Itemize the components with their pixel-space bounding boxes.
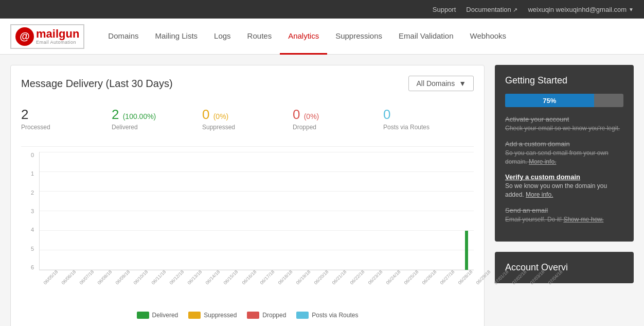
bar-group [459, 152, 474, 270]
logo-at-icon: @ [15, 27, 34, 46]
legend-posts-color [296, 312, 309, 319]
legend-dropped-color [247, 312, 259, 319]
legend-delivered: Delivered [137, 312, 178, 319]
bar-group [384, 152, 399, 270]
nav-domains[interactable]: Domains [100, 19, 147, 55]
bar-group [219, 152, 234, 270]
stat-posts-label: Posts via Routes [383, 124, 463, 131]
bar-group [444, 152, 459, 270]
gs-activate-title: Activate your account [505, 115, 623, 123]
bar-group [99, 152, 114, 270]
stat-posts: 0 Posts via Routes [383, 101, 474, 136]
legend-posts: Posts via Routes [296, 312, 358, 319]
bar-group [115, 152, 130, 270]
all-domains-button[interactable]: All Domains ▼ [408, 76, 474, 91]
gs-add-domain-link[interactable]: More info. [529, 158, 556, 165]
nav-analytics[interactable]: Analytics [280, 19, 327, 55]
gs-verify-domain-desc: So we know you own the domain you added.… [505, 182, 623, 199]
chart-bar [465, 231, 468, 270]
bar-group [40, 152, 55, 270]
support-link[interactable]: Support [433, 6, 456, 13]
topbar: Support Documentation ↗ weixuqin weixuqi… [0, 0, 644, 19]
bar-group [249, 152, 264, 270]
nav-webhooks[interactable]: Webhooks [462, 19, 515, 55]
documentation-link[interactable]: Documentation ↗ [466, 6, 517, 13]
stat-suppressed-label: Suppressed [202, 124, 282, 131]
chart-area: 6 5 4 3 2 1 0 06/05/1 [21, 152, 474, 286]
bar-group [130, 152, 145, 270]
stat-posts-value: 0 [383, 107, 463, 123]
bar-group [189, 152, 204, 270]
bar-group [55, 152, 69, 270]
gs-verify-domain-title[interactable]: Verify a custom domain [505, 173, 623, 181]
bar-group [69, 152, 84, 270]
bar-group [145, 152, 159, 270]
bar-group [174, 152, 189, 270]
gs-send-email-desc: Email yourself. Do it! Show me how. [505, 215, 623, 224]
panel-title: Message Delivery (Last 30 Days) [21, 78, 173, 90]
bar-group [264, 152, 279, 270]
gs-item-verify-domain: Verify a custom domain So we know you ow… [505, 173, 623, 199]
user-menu-arrow: ▼ [629, 7, 634, 12]
legend-suppressed: Suppressed [188, 312, 237, 319]
getting-started-title: Getting Started [505, 75, 623, 86]
gs-send-email-link[interactable]: Show me how. [563, 216, 603, 223]
legend-suppressed-color [188, 312, 201, 319]
gs-add-domain-title: Add a custom domain [505, 140, 623, 148]
navbar: @ mailgun Email Automation Domains Maili… [0, 19, 644, 55]
chart-legend: Delivered Suppressed Dropped Posts via R… [21, 306, 474, 319]
stat-processed-label: Processed [21, 124, 101, 131]
stat-processed: 2 Processed [21, 101, 112, 136]
legend-delivered-color [137, 312, 149, 319]
bar-group [339, 152, 354, 270]
panel-header: Message Delivery (Last 30 Days) All Doma… [21, 76, 474, 91]
nav-mailing-lists[interactable]: Mailing Lists [147, 19, 206, 55]
bar-group [204, 152, 219, 270]
legend-dropped: Dropped [247, 312, 286, 319]
nav-suppressions[interactable]: Suppressions [327, 19, 390, 55]
stat-dropped: 0 (0%) Dropped [293, 101, 383, 136]
getting-started-panel: Getting Started 75% Activate your accoun… [495, 65, 634, 242]
bar-group [294, 152, 309, 270]
nav-email-validation[interactable]: Email Validation [390, 19, 461, 55]
progress-bar: 75% [505, 94, 623, 107]
bar-group [234, 152, 249, 270]
y-axis: 6 5 4 3 2 1 0 [21, 152, 37, 270]
stat-dropped-label: Dropped [293, 124, 373, 131]
gs-item-send-email: Send an email Email yourself. Do it! Sho… [505, 207, 623, 224]
user-menu[interactable]: weixuqin weixuqinhd@gmail.com ▼ [528, 6, 634, 13]
stat-processed-value: 2 [21, 107, 101, 123]
logo[interactable]: @ mailgun Email Automation [10, 24, 84, 49]
bar-group [279, 152, 294, 270]
dropdown-arrow-icon: ▼ [459, 79, 466, 88]
bar-container [40, 152, 474, 270]
gs-activate-desc: Check your email so we know you're legit… [505, 124, 623, 133]
stat-dropped-value: 0 (0%) [293, 107, 373, 123]
stat-suppressed-value: 0 (0%) [202, 107, 282, 123]
bar-group [309, 152, 324, 270]
bar-group [84, 152, 99, 270]
stat-delivered: 2 (100.00%) Delivered [112, 101, 202, 136]
gs-add-domain-desc: So you can send email from your own doma… [505, 149, 623, 166]
bar-group [429, 152, 444, 270]
bar-group [354, 152, 369, 270]
nav-routes[interactable]: Routes [239, 19, 280, 55]
gs-send-email-title: Send an email [505, 207, 623, 214]
stats-row: 2 Processed 2 (100.00%) Delivered 0 (0%)… [21, 101, 474, 147]
x-axis: 06/05/1806/06/1806/07/1806/08/1806/09/18… [39, 270, 474, 286]
bar-group [369, 152, 384, 270]
nav-links: Domains Mailing Lists Logs Routes Analyt… [100, 19, 514, 55]
bar-group [159, 152, 174, 270]
bar-group [324, 152, 339, 270]
nav-logs[interactable]: Logs [206, 19, 239, 55]
stat-suppressed: 0 (0%) Suppressed [202, 101, 293, 136]
gs-item-activate: Activate your account Check your email s… [505, 115, 623, 133]
main-content: Message Delivery (Last 30 Days) All Doma… [0, 55, 644, 326]
stat-delivered-label: Delivered [112, 124, 192, 131]
bar-group [399, 152, 414, 270]
bar-group [414, 152, 429, 270]
progress-bar-fill: 75% [505, 94, 594, 107]
dashboard-panel: Message Delivery (Last 30 Days) All Doma… [10, 65, 485, 326]
side-panel: Getting Started 75% Activate your accoun… [495, 65, 634, 283]
gs-verify-domain-link[interactable]: More info. [526, 191, 553, 198]
